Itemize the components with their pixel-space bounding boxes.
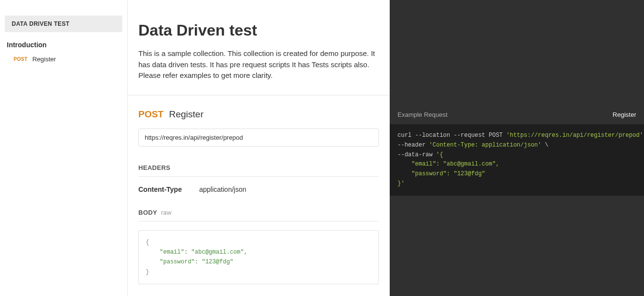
page-title: Data Driven test <box>138 21 379 39</box>
endpoint-url[interactable]: https://reqres.in/api/register/prepod <box>138 129 379 147</box>
main-content: Data Driven test This is a sample collec… <box>128 0 390 296</box>
page-description: This is a sample collection. This collec… <box>138 48 379 81</box>
endpoint-name: Register <box>169 109 204 119</box>
body-code[interactable]: { "email": "abc@gmail.com", "password": … <box>138 230 379 285</box>
sidebar-item-label: Register <box>32 56 56 63</box>
sidebar-group-introduction[interactable]: Introduction <box>0 39 127 53</box>
endpoint-title: POST Register <box>138 109 379 120</box>
body-label: BODY raw <box>138 209 379 222</box>
headers-label: HEADERS <box>138 164 379 177</box>
endpoint-method: POST <box>138 109 164 119</box>
example-name[interactable]: Register <box>613 111 636 118</box>
header-value: application/json <box>199 185 246 193</box>
example-panel: Example Request Register curl --location… <box>390 0 644 296</box>
example-request-label: Example Request <box>398 111 448 118</box>
header-key: Content-Type <box>138 185 199 193</box>
sidebar-collection-title: DATA DRIVEN TEST <box>5 16 122 32</box>
body-type-suffix: raw <box>161 209 171 216</box>
sidebar-item-method: POST <box>14 56 27 62</box>
sidebar: DATA DRIVEN TEST Introduction POST Regis… <box>0 0 128 296</box>
sidebar-item-register[interactable]: POST Register <box>0 53 127 66</box>
example-code[interactable]: curl --location --request POST 'https://… <box>390 124 644 196</box>
header-row: Content-Type application/json <box>138 185 379 193</box>
